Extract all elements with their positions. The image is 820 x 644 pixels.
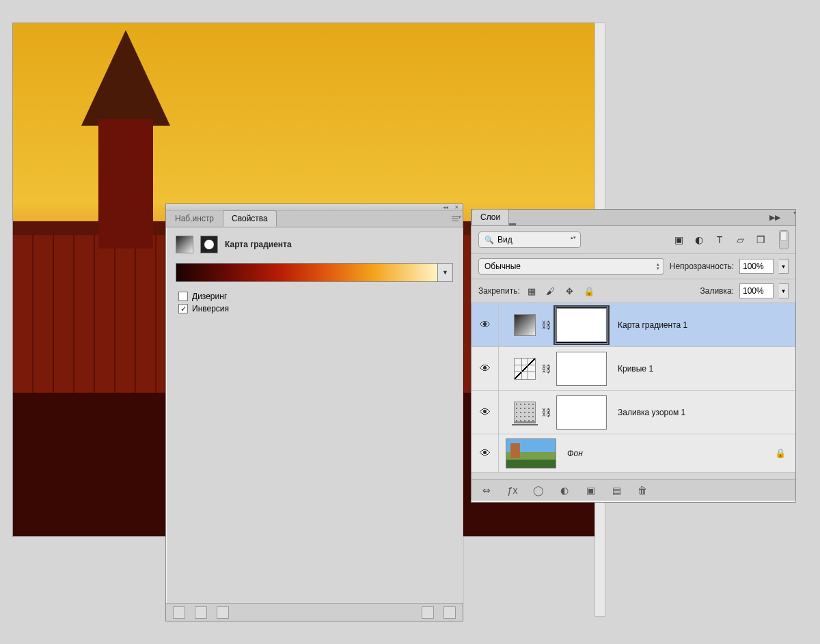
lock-position-icon[interactable]: ✥ [564,285,576,297]
fill-value: 100% [743,286,764,296]
layers-panel: Слои ▶▶ Вид ▣ ◐ T ▱ ❐ Обычные Непрозрачн… [471,209,796,503]
adjustment-title: Карта градиента [225,240,292,249]
visibility-toggle-icon[interactable]: 👁 [480,447,491,460]
gradient-picker-dropdown[interactable]: ▼ [438,263,453,282]
opacity-label: Непрозрачность: [670,262,734,271]
layer-style-icon[interactable]: ƒx [506,484,519,497]
tab-tool-presets[interactable]: Наб.инстр [166,210,223,227]
adjustment-thumb-gradient-icon[interactable] [514,314,536,336]
filter-shape-icon[interactable]: ▱ [734,234,746,245]
layer-mask-thumb[interactable] [556,352,607,386]
filter-smartobject-icon[interactable]: ❐ [754,234,767,245]
layer-name[interactable]: Заливка узором 1 [618,408,685,417]
opacity-dropdown[interactable]: ▼ [779,259,789,274]
visibility-toggle-icon[interactable]: 👁 [480,406,491,419]
invert-checkbox[interactable]: ✓ [178,304,188,313]
fill-input[interactable]: 100% [739,283,774,298]
layer-row-pattern-fill[interactable]: 👁 ⛓ Заливка узором 1 [472,391,795,434]
lock-label: Закрепить: [478,286,520,296]
lock-transparency-icon[interactable]: ▦ [525,285,538,297]
invert-label: Инверсия [192,304,229,313]
lock-all-icon[interactable]: 🔒 [583,285,595,297]
link-icon[interactable]: ⛓ [541,363,551,374]
layer-mask-thumb[interactable] [556,395,607,430]
close-icon[interactable]: ✕ [452,206,461,210]
fill-label: Заливка: [700,286,734,296]
canvas-pasteboard [12,537,165,619]
filter-type-icon[interactable]: T [713,234,726,245]
layers-tab-row: Слои ▶▶ [472,210,795,226]
properties-tab-row: Наб.инстр Свойства [166,211,463,227]
new-layer-icon[interactable]: ▤ [610,484,623,497]
image-tower [81,30,170,249]
layers-footer: ⇔ ƒx ◯ ◐ ▣ ▤ 🗑 [472,479,795,500]
layer-name[interactable]: Фон [567,449,583,458]
dither-label: Дизеринг [192,292,227,301]
locked-icon[interactable]: 🔒 [775,448,786,458]
layers-menu-icon[interactable] [509,223,516,225]
layer-filter-type-value: Вид [497,235,512,244]
fill-dropdown[interactable]: ▼ [779,283,789,298]
view-previous-state-icon[interactable] [195,606,207,619]
opacity-input[interactable]: 100% [739,259,774,274]
invert-checkbox-row[interactable]: ✓ Инверсия [178,304,453,313]
layer-name[interactable]: Кривые 1 [618,364,653,374]
toggle-visibility-icon[interactable] [422,606,434,619]
layer-mask-icon[interactable] [200,236,218,253]
visibility-toggle-icon[interactable]: 👁 [480,319,491,331]
layer-thumb-background[interactable] [506,438,556,468]
layer-mask-thumb[interactable] [556,308,607,342]
adjustment-thumb-pattern-icon[interactable] [514,402,536,423]
adjustment-header: Карта градиента [176,236,453,253]
collapse-icon[interactable]: ◂◂ [441,206,450,210]
layer-row-gradient-map[interactable]: 👁 ⛓ Карта градиента 1 [472,303,795,347]
layer-name[interactable]: Карта градиента 1 [618,320,687,330]
gradient-preview[interactable] [176,263,438,282]
dither-checkbox[interactable] [178,292,188,301]
expand-icon[interactable]: ▶▶ [769,213,780,222]
layer-row-curves[interactable]: 👁 ⛓ Кривые 1 [472,347,795,391]
blend-mode-select[interactable]: Обычные [478,258,664,275]
tab-properties[interactable]: Свойства [223,210,277,227]
clip-to-layer-icon[interactable] [173,606,185,619]
filter-adjustment-icon[interactable]: ◐ [693,234,705,245]
link-icon[interactable]: ⛓ [541,407,551,418]
add-mask-icon[interactable]: ◯ [532,484,545,497]
properties-panel: ◂◂ ✕ Наб.инстр Свойства Карта градиента … [165,204,463,621]
delete-layer-icon[interactable]: 🗑 [636,484,649,497]
blend-mode-value: Обычные [484,262,521,271]
dither-checkbox-row[interactable]: Дизеринг [178,292,453,301]
properties-footer [166,603,463,621]
gradient-map-icon [176,236,193,253]
opacity-value: 100% [743,262,764,271]
tab-layers[interactable]: Слои [472,209,509,225]
filter-toggle[interactable] [779,230,789,249]
layers-blend-bar: Обычные Непрозрачность: 100% ▼ [472,254,795,279]
layers-list: 👁 ⛓ Карта градиента 1 👁 ⛓ Кривые 1 👁 ⛓ З… [472,303,795,473]
layer-filter-type-select[interactable]: Вид [478,232,581,248]
panel-menu-icon[interactable] [450,214,461,223]
layers-filter-bar: Вид ▣ ◐ T ▱ ❐ [472,226,795,254]
delete-adjustment-icon[interactable] [443,606,456,619]
link-layers-icon[interactable]: ⇔ [480,484,493,497]
link-icon[interactable]: ⛓ [541,320,551,331]
layers-lock-bar: Закрепить: ▦ 🖌 ✥ 🔒 Заливка: 100% ▼ [472,279,795,303]
layer-row-background[interactable]: 👁 Фон 🔒 [472,434,795,473]
filter-pixel-icon[interactable]: ▣ [672,234,685,245]
lock-pixels-icon[interactable]: 🖌 [545,285,557,297]
adjustment-thumb-curves-icon[interactable] [514,358,536,380]
visibility-toggle-icon[interactable]: 👁 [480,363,491,375]
new-group-icon[interactable]: ▣ [584,484,597,497]
reset-icon[interactable] [217,606,229,619]
new-adjustment-icon[interactable]: ◐ [558,484,571,497]
